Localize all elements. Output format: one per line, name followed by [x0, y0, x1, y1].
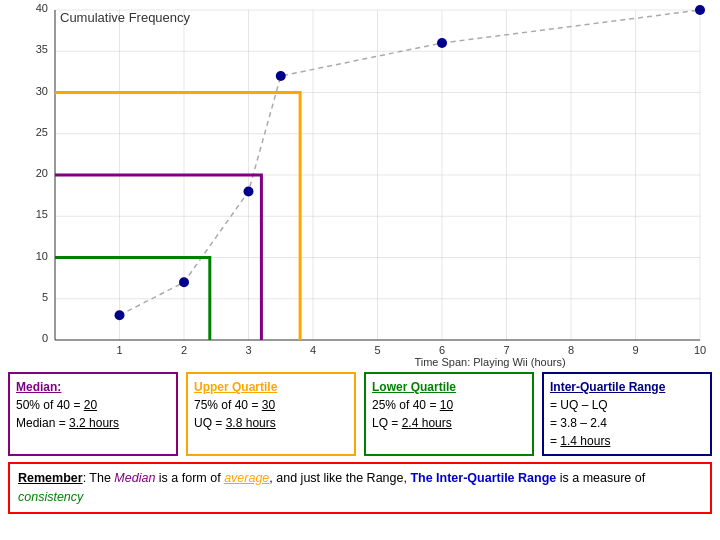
iqr-line3: = 1.4 hours: [550, 432, 704, 450]
median-line1: 50% of 40 = 20: [16, 396, 170, 414]
info-boxes: Median: 50% of 40 = 20 Median = 3.2 hour…: [0, 372, 720, 514]
lower-quartile-box: Lower Quartile 25% of 40 = 10 LQ = 2.4 h…: [364, 372, 534, 456]
remember-box: Remember: The Median is a form of averag…: [8, 462, 712, 514]
chart-title: Cumulative Frequency: [60, 10, 191, 25]
svg-text:7: 7: [503, 344, 509, 356]
svg-point-40: [179, 277, 189, 287]
median-box: Median: 50% of 40 = 20 Median = 3.2 hour…: [8, 372, 178, 456]
average-word: average: [224, 471, 269, 485]
svg-point-42: [276, 71, 286, 81]
svg-text:5: 5: [374, 344, 380, 356]
svg-text:10: 10: [694, 344, 706, 356]
iqr-box: Inter-Quartile Range = UQ – LQ = 3.8 – 2…: [542, 372, 712, 456]
svg-text:40: 40: [36, 2, 48, 14]
median-title: Median:: [16, 378, 170, 396]
iqr-title: Inter-Quartile Range: [550, 378, 704, 396]
svg-text:15: 15: [36, 208, 48, 220]
svg-text:6: 6: [439, 344, 445, 356]
iqr-phrase: The Inter-Quartile Range: [410, 471, 556, 485]
svg-text:20: 20: [36, 167, 48, 179]
svg-text:25: 25: [36, 126, 48, 138]
svg-text:30: 30: [36, 85, 48, 97]
svg-text:10: 10: [36, 250, 48, 262]
uq-line1: 75% of 40 = 30: [194, 396, 348, 414]
lq-title: Lower Quartile: [372, 378, 526, 396]
x-axis-label: Time Span: Playing Wii (hours): [414, 356, 565, 368]
svg-text:2: 2: [181, 344, 187, 356]
svg-point-39: [115, 310, 125, 320]
svg-text:9: 9: [632, 344, 638, 356]
svg-text:8: 8: [568, 344, 574, 356]
boxes-row: Median: 50% of 40 = 20 Median = 3.2 hour…: [8, 372, 712, 456]
iqr-line2: = 3.8 – 2.4: [550, 414, 704, 432]
upper-quartile-box: Upper Quartile 75% of 40 = 30 UQ = 3.8 h…: [186, 372, 356, 456]
svg-text:35: 35: [36, 43, 48, 55]
svg-text:1: 1: [116, 344, 122, 356]
lq-line1: 25% of 40 = 10: [372, 396, 526, 414]
svg-point-41: [244, 187, 254, 197]
svg-text:3: 3: [245, 344, 251, 356]
remember-label: Remember: [18, 471, 83, 485]
uq-line2: UQ = 3.8 hours: [194, 414, 348, 432]
median-word: Median: [114, 471, 155, 485]
main-container: 0 5 10 15 20 25 30 35 40 1 2 3 4 5 6 7 8…: [0, 0, 720, 540]
svg-text:4: 4: [310, 344, 316, 356]
median-line2: Median = 3.2 hours: [16, 414, 170, 432]
chart-svg: 0 5 10 15 20 25 30 35 40 1 2 3 4 5 6 7 8…: [0, 0, 720, 370]
uq-title: Upper Quartile: [194, 378, 348, 396]
svg-point-44: [695, 5, 705, 15]
iqr-line1: = UQ – LQ: [550, 396, 704, 414]
svg-text:5: 5: [42, 291, 48, 303]
svg-text:0: 0: [42, 332, 48, 344]
svg-point-43: [437, 38, 447, 48]
lq-line2: LQ = 2.4 hours: [372, 414, 526, 432]
consistency-word: consistency: [18, 490, 83, 504]
